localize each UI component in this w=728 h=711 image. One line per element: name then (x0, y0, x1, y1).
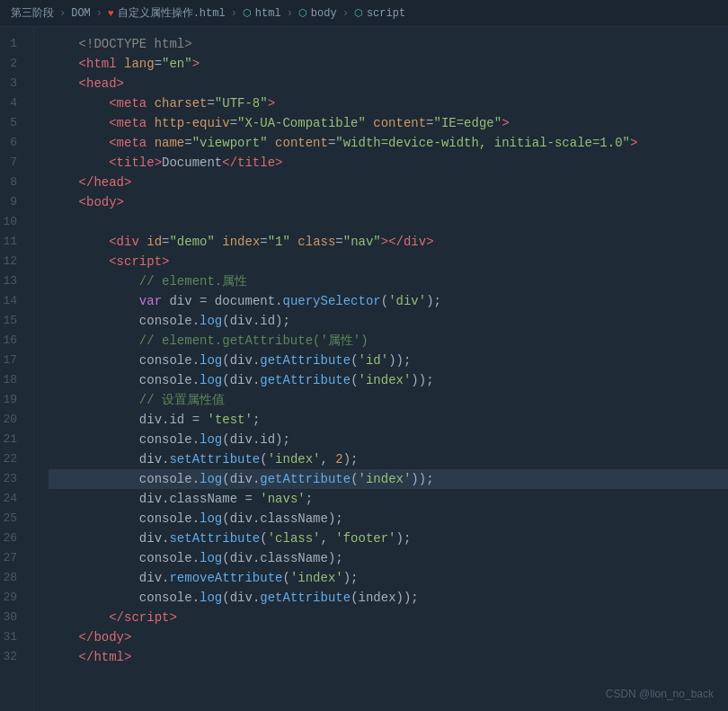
code-line: <head> (49, 74, 728, 93)
breadcrumb-item: script (367, 7, 405, 20)
code-line: div.removeAttribute('index'); (49, 568, 728, 588)
breadcrumb-item: html (255, 7, 281, 20)
watermark: CSDN @lion_no_back (606, 688, 714, 700)
code-line: console.log(div.getAttribute('index')); (49, 370, 728, 390)
code-line: // element.属性 (49, 271, 728, 291)
code-line: </body> (49, 627, 728, 647)
tag-icon: ⬡ (354, 7, 363, 19)
breadcrumb-sep: › (342, 7, 349, 20)
code-line: // 设置属性值 (49, 390, 728, 410)
code-line: var div = document.querySelector('div'); (49, 291, 728, 311)
breadcrumb-item: body (311, 7, 337, 20)
code-content: <!DOCTYPE html> <html lang="en"> <head> … (34, 27, 728, 711)
code-line: console.log(div.id); (49, 430, 728, 449)
breadcrumb: 第三阶段 › DOM › ♥ 自定义属性操作.html › ⬡ html › ⬡… (0, 0, 728, 27)
code-line: // element.getAttribute('属性') (49, 331, 728, 351)
code-line (49, 212, 728, 232)
code-line: <title>Document</title> (49, 153, 728, 173)
code-line: </head> (49, 173, 728, 192)
breadcrumb-sep: › (59, 7, 66, 20)
tag-icon: ⬡ (243, 7, 252, 19)
code-line: </script> (49, 608, 728, 627)
html-icon: ♥ (108, 8, 114, 19)
code-line: <meta charset="UTF-8"> (49, 93, 728, 113)
breadcrumb-item: 第三阶段 (11, 5, 54, 21)
breadcrumb-sep: › (287, 7, 293, 20)
code-line: div.id = 'test'; (49, 410, 728, 430)
line-numbers: 12345 678910 1112131415 1617181920 21222… (0, 27, 34, 711)
breadcrumb-item: 自定义属性操作.html (118, 5, 226, 21)
code-line: div.className = 'navs'; (49, 489, 728, 509)
code-area: 12345 678910 1112131415 1617181920 21222… (0, 27, 728, 711)
code-line: div.setAttribute('class', 'footer'); (49, 529, 728, 548)
code-line: <!DOCTYPE html> (49, 34, 728, 54)
code-line: console.log(div.getAttribute(index)); (49, 588, 728, 608)
code-line: <div id="demo" index="1" class="nav"></d… (49, 232, 728, 252)
code-line: div.setAttribute('index', 2); (49, 449, 728, 469)
breadcrumb-sep: › (231, 7, 237, 20)
code-line: console.log(div.className); (49, 509, 728, 529)
code-line: console.log(div.className); (49, 548, 728, 568)
code-line: <script> (49, 252, 728, 271)
code-line: <html lang="en"> (49, 54, 728, 74)
code-line: <body> (49, 192, 728, 212)
breadcrumb-item: DOM (71, 7, 91, 20)
code-line: <meta http-equiv="X-UA-Compatible" conte… (49, 113, 728, 133)
tag-icon: ⬡ (298, 7, 307, 19)
code-line-active: console.log(div.getAttribute('index')); (49, 469, 728, 489)
code-line: </html> (49, 647, 728, 667)
breadcrumb-sep: › (96, 7, 102, 20)
code-line: console.log(div.id); (49, 311, 728, 331)
code-line: <meta name="viewport" content="width=dev… (49, 133, 728, 153)
code-line: console.log(div.getAttribute('id')); (49, 351, 728, 370)
